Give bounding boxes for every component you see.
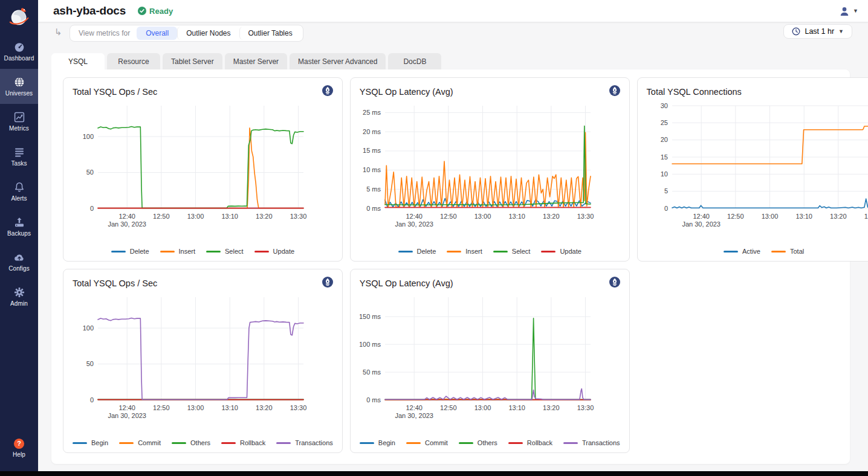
legend-item-select[interactable]: Select [206,248,244,255]
legend-item-insert[interactable]: Insert [447,248,482,255]
legend-item-delete[interactable]: Delete [111,248,149,255]
sidebar-item-backups[interactable]: Backups [0,209,38,244]
tab-ysql[interactable]: YSQL [51,53,105,69]
svg-text:0: 0 [90,396,94,404]
sidebar-item-metrics[interactable]: Metrics [0,104,38,139]
legend-item-commit[interactable]: Commit [406,439,448,446]
sidebar-item-label: Metrics [9,125,29,132]
svg-text:12:50: 12:50 [440,404,457,411]
legend-swatch [111,251,126,252]
prometheus-icon[interactable] [609,277,620,290]
legend-item-rollback[interactable]: Rollback [508,439,552,446]
legend-item-transactions[interactable]: Transactions [563,439,620,446]
legend-item-others[interactable]: Others [459,439,497,446]
legend-swatch [398,251,413,252]
sidebar-item-tasks[interactable]: Tasks [0,139,38,174]
svg-text:50: 50 [86,360,94,367]
legend-item-begin[interactable]: Begin [73,439,108,446]
svg-text:30: 30 [660,102,667,109]
legend-swatch [724,251,738,252]
tab-docdb[interactable]: DocDB [388,53,441,69]
chart-plot[interactable]: 05010012:40Jan 30, 202312:5013:0013:1013… [73,292,307,424]
legend-item-select[interactable]: Select [493,248,531,255]
chart-card-total-ysql-ops-transactions: Total YSQL Ops / Sec 05010012:40Jan 30, … [63,269,343,453]
legend-swatch [406,442,421,444]
legend-item-begin[interactable]: Begin [360,439,395,446]
gear-icon [13,286,25,298]
sidebar-item-dashboard[interactable]: Dashboard [0,34,38,69]
yugabyte-logo[interactable] [0,0,38,34]
sidebar-item-help[interactable]: ? Help [0,430,38,465]
svg-text:13:10: 13:10 [508,404,525,411]
svg-text:12:40: 12:40 [406,213,423,220]
svg-text:15: 15 [660,153,667,161]
legend-swatch [447,251,461,252]
legend-item-total[interactable]: Total [771,248,804,255]
legend-item-insert[interactable]: Insert [160,248,196,255]
legend-item-update[interactable]: Update [254,248,294,255]
chart-plot[interactable]: 0 ms50 ms100 ms150 ms12:40Jan 30, 202312… [360,292,594,424]
sidebar-item-label: Configs [8,265,30,272]
svg-text:5: 5 [664,187,667,195]
scope-tab-overall[interactable]: Overall [137,27,177,40]
tab-tablet-server[interactable]: Tablet Server [163,53,222,69]
scope-tab-outlier-tables[interactable]: Outlier Tables [239,27,301,40]
time-range-button[interactable]: Last 1 hr ▼ [783,24,852,39]
status-label: Ready [149,7,173,16]
chart-plot-host: 05010012:40Jan 30, 202312:5013:0013:1013… [73,292,333,426]
legend-item-active[interactable]: Active [724,248,760,255]
legend-label: Commit [425,439,448,446]
sidebar-item-configs[interactable]: Configs [0,244,38,279]
legend-label: Transactions [582,439,620,446]
chart-title: YSQL Op Latency (Avg) [360,278,453,288]
tab-resource[interactable]: Resource [107,53,160,69]
svg-text:12:50: 12:50 [153,404,170,411]
svg-text:25 ms: 25 ms [363,109,381,116]
legend-item-rollback[interactable]: Rollback [221,439,265,446]
task-list-icon [13,146,25,158]
chart-plot[interactable]: 05101520253012:40Jan 30, 202312:5013:001… [647,101,868,233]
legend-item-commit[interactable]: Commit [119,439,161,446]
top-header: ash-yba-docs Ready ▼ [38,0,868,22]
sidebar-item-universes[interactable]: Universes [0,69,38,104]
view-metrics-scope-group: View metrics for OverallOutlier NodesOut… [70,25,303,42]
svg-text:0 ms: 0 ms [366,205,381,212]
legend-label: Others [190,439,210,446]
tab-master-server-advanced[interactable]: Master Server Advanced [290,53,386,69]
bell-icon [13,181,25,193]
chart-plot[interactable]: 0 ms5 ms10 ms15 ms20 ms25 ms12:40Jan 30,… [360,101,594,233]
legend-item-update[interactable]: Update [541,248,581,255]
svg-text:15 ms: 15 ms [363,147,381,154]
help-slot: ? Help [0,430,38,465]
svg-text:0 ms: 0 ms [366,396,381,404]
prometheus-icon[interactable] [322,85,333,98]
svg-text:12:50: 12:50 [153,213,170,220]
svg-text:Jan 30, 2023: Jan 30, 2023 [682,220,721,228]
svg-text:10 ms: 10 ms [363,166,381,173]
legend-label: Begin [91,439,108,446]
chart-plot-host: 05101520253012:40Jan 30, 202312:5013:001… [647,101,868,235]
chart-plot-host: 0 ms50 ms100 ms150 ms12:40Jan 30, 202312… [360,292,620,426]
scope-tab-outlier-nodes[interactable]: Outlier Nodes [177,27,239,40]
legend-swatch [221,442,236,444]
sidebar-item-alerts[interactable]: Alerts [0,174,38,209]
prometheus-icon[interactable] [322,277,333,290]
sidebar-item-admin[interactable]: Admin [0,279,38,314]
legend-swatch [73,442,87,444]
sidebar-item-label: Backups [7,230,31,237]
user-menu[interactable]: ▼ [839,6,858,16]
chart-plot[interactable]: 05010012:40Jan 30, 202312:5013:0013:1013… [73,101,307,233]
svg-text:13:30: 13:30 [577,213,594,220]
prometheus-icon[interactable] [609,85,620,98]
charts-panel: Total YSQL Ops / Sec 05010012:40Jan 30, … [51,69,850,464]
legend-label: Update [273,248,294,255]
legend-item-others[interactable]: Others [172,439,210,446]
svg-text:13:20: 13:20 [543,404,560,411]
legend-item-delete[interactable]: Delete [398,248,436,255]
tab-master-server[interactable]: Master Server [225,53,287,69]
legend-swatch [119,442,134,444]
legend-swatch [563,442,578,444]
legend-item-transactions[interactable]: Transactions [276,439,333,446]
chart-legend: BeginCommitOthersRollbackTransactions [360,439,620,446]
legend-label: Active [742,248,760,255]
